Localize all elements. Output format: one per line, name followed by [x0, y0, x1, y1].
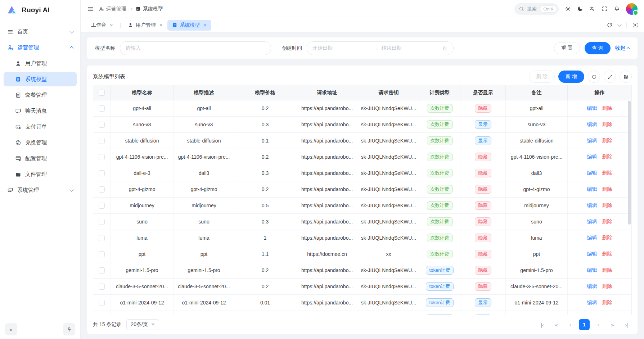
delete-link[interactable]: 删除: [602, 267, 612, 274]
delete-link[interactable]: 删除: [602, 121, 612, 128]
breadcrumb-item[interactable]: 运营管理: [99, 6, 126, 12]
edit-link[interactable]: 编辑: [587, 186, 597, 193]
delete-link[interactable]: 删除: [602, 251, 612, 257]
brand-logo[interactable]: Ruoyi AI: [0, 0, 80, 20]
delete-link[interactable]: 删除: [602, 283, 612, 290]
cell-model-desc: gpt-4-gizmo: [174, 181, 234, 197]
page-size-select[interactable]: 20条/页: [126, 319, 159, 330]
sidebar-item-payment-orders[interactable]: 支付订单: [4, 119, 77, 134]
sidebar-item-operations[interactable]: 运营管理: [4, 40, 77, 55]
delete-link[interactable]: 删除: [602, 137, 612, 144]
tab-users[interactable]: 用户管理×: [123, 20, 167, 31]
row-checkbox[interactable]: [99, 300, 105, 306]
edit-link[interactable]: 编辑: [587, 283, 597, 290]
visibility-badge: 显示: [475, 298, 491, 307]
row-checkbox[interactable]: [99, 251, 105, 257]
table-refresh-icon[interactable]: [588, 71, 600, 83]
row-checkbox[interactable]: [99, 138, 105, 144]
dark-mode-moon-icon[interactable]: [577, 6, 583, 12]
delete-link[interactable]: 删除: [602, 186, 612, 193]
reset-button[interactable]: 重 置: [554, 42, 580, 54]
row-checkbox[interactable]: [99, 186, 105, 193]
delete-link[interactable]: 删除: [602, 202, 612, 209]
user-avatar[interactable]: [626, 3, 638, 15]
edit-link[interactable]: 编辑: [587, 121, 597, 128]
notifications-bell-icon[interactable]: [614, 6, 620, 12]
row-checkbox[interactable]: [99, 284, 105, 290]
payment-icon: [15, 124, 21, 130]
select-all-checkbox[interactable]: [99, 90, 105, 96]
row-checkbox[interactable]: [99, 122, 105, 128]
sidebar-collapse-button[interactable]: «: [5, 323, 17, 335]
prev-jump-button[interactable]: «: [551, 319, 562, 330]
tab-models[interactable]: 系统模型×: [167, 20, 212, 31]
tab-close-icon[interactable]: ×: [110, 22, 113, 28]
sidebar-item-label: 兑换管理: [25, 139, 73, 146]
hamburger-icon[interactable]: [87, 6, 94, 12]
bulk-delete-button[interactable]: 删 除: [529, 71, 555, 83]
tabs-refresh-icon[interactable]: [607, 22, 613, 28]
delete-link[interactable]: 删除: [602, 235, 612, 241]
add-button[interactable]: 新 增: [558, 71, 584, 83]
edit-link[interactable]: 编辑: [587, 202, 597, 209]
last-page-button[interactable]: ›|: [621, 319, 632, 330]
search-button[interactable]: 查 询: [585, 42, 611, 54]
edit-link[interactable]: 编辑: [587, 105, 597, 112]
first-page-button[interactable]: |‹: [537, 319, 548, 330]
row-checkbox[interactable]: [99, 170, 105, 176]
sidebar-item-packages[interactable]: 套餐管理: [4, 88, 77, 102]
delete-link[interactable]: 删除: [602, 299, 612, 306]
sidebar-item-config[interactable]: 配置管理: [4, 151, 77, 166]
create-time-range-input[interactable]: 开始日期 → 结束日期: [307, 41, 454, 55]
sidebar-item-users[interactable]: 用户管理: [4, 56, 77, 71]
row-checkbox[interactable]: [99, 154, 105, 160]
delete-link[interactable]: 删除: [602, 105, 612, 112]
prev-page-button[interactable]: ‹: [565, 319, 576, 330]
edit-link[interactable]: 编辑: [587, 218, 597, 225]
sidebar-item-chat-messages[interactable]: 聊天消息: [4, 104, 77, 118]
row-checkbox[interactable]: [99, 235, 105, 241]
next-page-button[interactable]: ›: [593, 319, 604, 330]
settings-gear-icon[interactable]: [565, 6, 571, 12]
table-expand-icon[interactable]: [604, 71, 616, 83]
edit-link[interactable]: 编辑: [587, 299, 597, 306]
fullscreen-icon[interactable]: [602, 6, 608, 12]
model-name-input[interactable]: 请输入: [120, 41, 271, 55]
tabs-menu-chevron-down-icon[interactable]: [618, 24, 621, 26]
billing-type-badge: 次数计费: [427, 185, 453, 194]
edit-link[interactable]: 编辑: [587, 235, 597, 241]
tab-close-icon[interactable]: ×: [204, 22, 207, 28]
sidebar-item-files[interactable]: 文件管理: [4, 167, 77, 181]
edit-link[interactable]: 编辑: [587, 154, 597, 160]
edit-link[interactable]: 编辑: [587, 170, 597, 176]
breadcrumb-item[interactable]: 系统模型: [135, 6, 163, 12]
edit-link[interactable]: 编辑: [587, 137, 597, 144]
table-scrollbar[interactable]: [628, 101, 631, 314]
row-checkbox[interactable]: [99, 219, 105, 225]
sidebar-item-redeem[interactable]: 兑换管理: [4, 135, 77, 150]
current-page-button[interactable]: 1: [579, 319, 590, 330]
content-fullscreen-icon[interactable]: [626, 22, 638, 28]
global-search[interactable]: 搜索 Ctrl K: [514, 3, 559, 15]
sidebar-item-models[interactable]: 系统模型: [4, 72, 77, 86]
main-area: 运营管理系统模型 搜索 Ctrl K 文A 工作台×用户管理×系统模型×: [81, 0, 644, 339]
cell-request-key: sk-JIUQLNndqSeKWU...: [358, 100, 419, 116]
scrollbar-thumb[interactable]: [628, 101, 631, 225]
row-checkbox[interactable]: [99, 203, 105, 209]
delete-link[interactable]: 删除: [602, 154, 612, 160]
row-checkbox[interactable]: [99, 267, 105, 274]
pin-icon[interactable]: [63, 323, 75, 335]
tab-workbench[interactable]: 工作台×: [86, 20, 118, 31]
delete-link[interactable]: 删除: [602, 218, 612, 225]
edit-link[interactable]: 编辑: [587, 267, 597, 274]
column-settings-icon[interactable]: [620, 71, 632, 83]
edit-link[interactable]: 编辑: [587, 251, 597, 257]
tab-close-icon[interactable]: ×: [159, 22, 163, 28]
row-checkbox[interactable]: [99, 105, 105, 112]
next-jump-button[interactable]: »: [607, 319, 618, 330]
delete-link[interactable]: 删除: [602, 170, 612, 176]
sidebar-item-home[interactable]: 首页: [4, 24, 77, 39]
collapse-filter-link[interactable]: 收起: [615, 45, 630, 51]
language-translate-icon[interactable]: 文A: [589, 6, 595, 12]
sidebar-item-system[interactable]: 系统管理: [4, 183, 77, 197]
